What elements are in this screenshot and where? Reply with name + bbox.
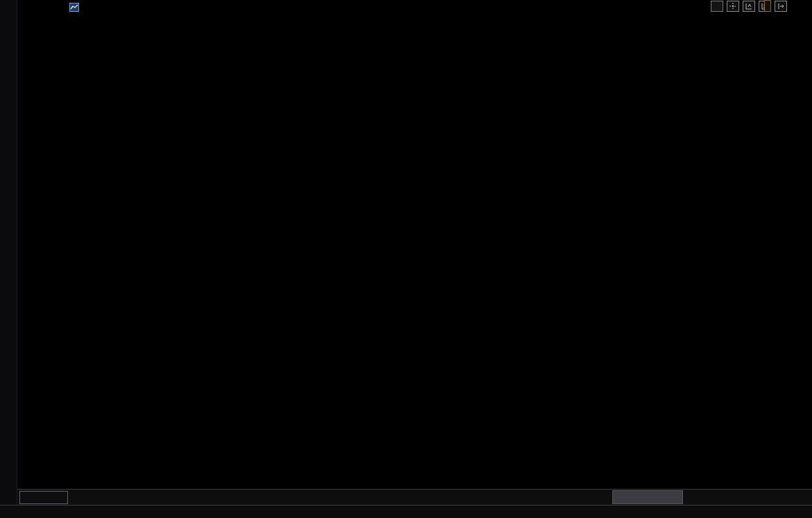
trading-app-window — [0, 0, 812, 518]
theme-dropdown-button[interactable] — [711, 1, 723, 12]
chart-type-sidebar — [0, 0, 17, 518]
pan-right-icon[interactable] — [775, 1, 787, 12]
current-date-readout — [612, 490, 683, 504]
fit-vertical-axis-icon[interactable] — [743, 1, 755, 12]
current-price-tag — [764, 0, 771, 12]
period-selector[interactable] — [19, 491, 68, 504]
chart-header — [61, 1, 96, 13]
time-axis — [17, 489, 812, 505]
move-crosshair-icon[interactable] — [727, 1, 739, 12]
label-layer — [0, 0, 812, 518]
line-chart-icon — [69, 3, 79, 12]
bottom-tab-bar — [0, 505, 812, 518]
header-toolbar — [711, 1, 787, 12]
